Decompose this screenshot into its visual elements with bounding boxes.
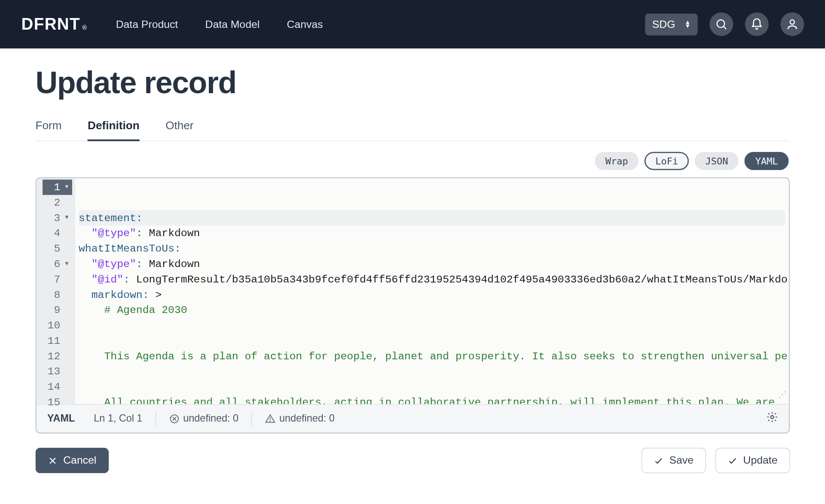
gutter-line: 5 bbox=[43, 241, 72, 256]
gutter-line: 8 bbox=[43, 287, 72, 303]
chevron-up-down-icon: ▲▼ bbox=[685, 21, 691, 28]
search-button[interactable] bbox=[709, 12, 733, 36]
close-icon bbox=[48, 456, 57, 465]
gutter-line: 10 bbox=[43, 318, 72, 333]
editor-toolbar: Wrap LoFi JSON YAML bbox=[36, 152, 790, 170]
nav-data-model[interactable]: Data Model bbox=[205, 18, 260, 30]
update-label: Update bbox=[743, 454, 778, 467]
page-body: Update record Form Definition Other Wrap… bbox=[0, 49, 825, 473]
status-language: YAML bbox=[47, 413, 75, 425]
status-separator bbox=[156, 412, 156, 425]
status-cursor: Ln 1, Col 1 bbox=[94, 413, 142, 425]
header-right: SDG ▲▼ bbox=[645, 12, 804, 36]
status-errors[interactable]: undefined: 0 bbox=[169, 413, 238, 425]
gutter-line: 1▼ bbox=[43, 179, 72, 195]
tab-other[interactable]: Other bbox=[165, 119, 193, 141]
cancel-label: Cancel bbox=[63, 454, 96, 467]
status-warnings-label: undefined: 0 bbox=[279, 413, 335, 425]
fold-icon[interactable]: ▼ bbox=[63, 210, 69, 226]
main-nav: Data Product Data Model Canvas bbox=[116, 18, 323, 30]
code-editor: 1▼23▼456▼789101112131415 statement: "@ty… bbox=[36, 177, 790, 434]
gutter-line: 2 bbox=[43, 195, 72, 210]
svg-point-0 bbox=[717, 20, 725, 27]
check-icon bbox=[654, 456, 663, 465]
svg-point-8 bbox=[771, 416, 774, 419]
code-line[interactable]: whatItMeansToUs: bbox=[79, 241, 785, 256]
save-button[interactable]: Save bbox=[642, 448, 706, 473]
gutter-line: 14 bbox=[43, 379, 72, 395]
environment-label: SDG bbox=[652, 18, 675, 30]
bell-icon bbox=[750, 18, 763, 30]
record-tabs: Form Definition Other bbox=[36, 119, 790, 141]
code-line[interactable]: statement: bbox=[79, 210, 785, 226]
fold-icon[interactable]: ▼ bbox=[63, 179, 69, 195]
code-line[interactable] bbox=[79, 379, 785, 395]
resize-handle-icon[interactable]: ⋰ bbox=[778, 388, 786, 403]
warning-icon bbox=[265, 413, 276, 424]
editor-area[interactable]: 1▼23▼456▼789101112131415 statement: "@ty… bbox=[37, 179, 788, 404]
gutter-line: 7 bbox=[43, 272, 72, 287]
status-warnings[interactable]: undefined: 0 bbox=[265, 413, 335, 425]
code-line[interactable] bbox=[79, 333, 785, 349]
page-title: Update record bbox=[36, 65, 790, 100]
code-line[interactable]: # Agenda 2030 bbox=[79, 303, 785, 318]
code-line[interactable]: "@id": LongTermResult/b35a10b5a343b9fcef… bbox=[79, 272, 785, 287]
gutter-line: 15 bbox=[43, 395, 72, 410]
check-icon bbox=[728, 456, 737, 465]
svg-line-1 bbox=[724, 27, 726, 29]
cancel-button[interactable]: Cancel bbox=[36, 448, 109, 473]
status-separator bbox=[251, 412, 252, 425]
save-label: Save bbox=[669, 454, 694, 467]
toggle-wrap[interactable]: Wrap bbox=[595, 152, 639, 170]
code-content[interactable]: statement: "@type": MarkdownwhatItMeansT… bbox=[74, 179, 788, 404]
error-icon bbox=[169, 413, 180, 424]
nav-data-product[interactable]: Data Product bbox=[116, 18, 178, 30]
environment-selector[interactable]: SDG ▲▼ bbox=[645, 13, 697, 35]
format-yaml[interactable]: YAML bbox=[745, 152, 789, 170]
footer-right: Save Update bbox=[642, 448, 790, 473]
line-gutter: 1▼23▼456▼789101112131415 bbox=[37, 179, 74, 404]
gutter-line: 9 bbox=[43, 303, 72, 318]
user-icon bbox=[786, 18, 799, 30]
gutter-line: 11 bbox=[43, 333, 72, 349]
editor-status-bar: YAML Ln 1, Col 1 undefined: 0 undefined:… bbox=[37, 404, 788, 432]
search-icon bbox=[715, 18, 728, 30]
logo-reg: ® bbox=[82, 24, 88, 31]
status-errors-label: undefined: 0 bbox=[183, 413, 238, 425]
gear-icon bbox=[766, 411, 778, 423]
logo[interactable]: DFRNT ® bbox=[21, 15, 88, 33]
update-button[interactable]: Update bbox=[715, 448, 790, 473]
svg-point-7 bbox=[270, 421, 271, 421]
tab-definition[interactable]: Definition bbox=[88, 119, 140, 141]
code-line[interactable] bbox=[79, 318, 785, 333]
code-line[interactable]: "@type": Markdown bbox=[79, 256, 785, 272]
tab-form[interactable]: Form bbox=[36, 119, 62, 141]
gutter-line: 4 bbox=[43, 226, 72, 241]
form-footer: Cancel Save Update bbox=[36, 448, 790, 473]
code-line[interactable]: All countries and all stakeholders, acti… bbox=[79, 395, 785, 404]
format-json[interactable]: JSON bbox=[695, 152, 739, 170]
svg-point-2 bbox=[790, 20, 794, 24]
code-line[interactable]: markdown: > bbox=[79, 287, 785, 303]
app-header: DFRNT ® Data Product Data Model Canvas S… bbox=[0, 0, 825, 49]
profile-button[interactable] bbox=[780, 12, 804, 36]
gutter-line: 12 bbox=[43, 349, 72, 364]
code-line[interactable]: This Agenda is a plan of action for peop… bbox=[79, 349, 785, 364]
logo-text: DFRNT bbox=[21, 15, 80, 33]
editor-settings-button[interactable] bbox=[766, 411, 778, 426]
gutter-line: 6▼ bbox=[43, 256, 72, 272]
gutter-line: 13 bbox=[43, 364, 72, 380]
notifications-button[interactable] bbox=[745, 12, 769, 36]
gutter-line: 3▼ bbox=[43, 210, 72, 226]
nav-canvas[interactable]: Canvas bbox=[287, 18, 323, 30]
code-line[interactable] bbox=[79, 364, 785, 380]
fold-icon[interactable]: ▼ bbox=[63, 256, 69, 272]
code-line[interactable]: "@type": Markdown bbox=[79, 226, 785, 241]
toggle-lofi[interactable]: LoFi bbox=[645, 152, 689, 170]
